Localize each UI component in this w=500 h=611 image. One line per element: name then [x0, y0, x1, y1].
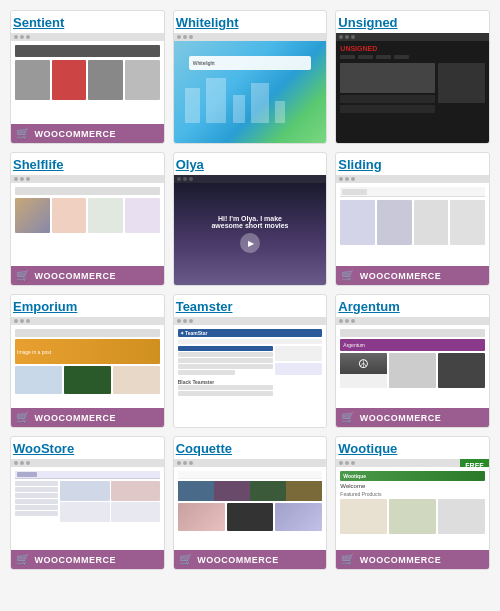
- theme-wootique: Wootique FREE Wootique Welcome Featured …: [335, 436, 490, 570]
- browser-bar: [11, 459, 164, 467]
- theme-teamster: Teamster ✦ TeamStar: [173, 294, 328, 428]
- theme-title-shelflife[interactable]: Shelflife: [11, 153, 164, 175]
- cart-icon: 🛒: [341, 269, 356, 282]
- theme-argentum: Argentum Argentum ☮: [335, 294, 490, 428]
- un-logo: UNSIGNED: [340, 45, 485, 52]
- woo-label: WOOCOMMERCE: [360, 271, 442, 281]
- theme-preview-woostore[interactable]: 🛒 WOOCOMMERCE: [11, 459, 164, 569]
- theme-preview-whitelight[interactable]: Whitelight: [174, 33, 327, 143]
- theme-woostore: WooStore: [10, 436, 165, 570]
- peace-icon: ☮: [358, 357, 369, 371]
- theme-preview-wootique[interactable]: FREE Wootique Welcome Featured Products: [336, 459, 489, 569]
- em-banner-text: Image in a post: [17, 349, 51, 355]
- theme-preview-olya[interactable]: Hi! I'm Olya. I makeawesome short movies: [174, 175, 327, 285]
- woo-label: WOOCOMMERCE: [360, 555, 442, 565]
- olya-play-button[interactable]: [240, 233, 260, 253]
- theme-preview-sentient[interactable]: 🛒 WOOCOMMERCE: [11, 33, 164, 143]
- wt-welcome-text: Welcome: [340, 483, 485, 489]
- woo-label: WOOCOMMERCE: [197, 555, 279, 565]
- cart-icon: 🛒: [16, 411, 31, 424]
- theme-title-sentient[interactable]: Sentient: [11, 11, 164, 33]
- browser-bar: [174, 317, 327, 325]
- woocommerce-badge-sentient: 🛒 WOOCOMMERCE: [11, 124, 164, 143]
- woocommerce-badge-wootique: 🛒 WOOCOMMERCE: [336, 550, 489, 569]
- cart-icon: 🛒: [179, 553, 194, 566]
- theme-preview-emporium[interactable]: Image in a post 🛒 WOOCOMMERCE: [11, 317, 164, 427]
- theme-preview-sliding[interactable]: 🛒 WOOCOMMERCE: [336, 175, 489, 285]
- theme-emporium: Emporium Image in a post: [10, 294, 165, 428]
- woocommerce-badge-emporium: 🛒 WOOCOMMERCE: [11, 408, 164, 427]
- browser-bar: [174, 459, 327, 467]
- theme-title-unsigned[interactable]: Unsigned: [336, 11, 489, 33]
- theme-preview-teamster[interactable]: ✦ TeamStar Black Teamster: [174, 317, 327, 427]
- theme-title-wootique[interactable]: Wootique: [336, 437, 489, 459]
- theme-shelflife: Shelflife: [10, 152, 165, 286]
- woo-label: WOOCOMMERCE: [360, 413, 442, 423]
- themes-grid: Sentient: [10, 10, 490, 570]
- cart-icon: 🛒: [16, 127, 31, 140]
- browser-bar: [336, 175, 489, 183]
- theme-title-whitelight[interactable]: Whitelight: [174, 11, 327, 33]
- woo-label: WOOCOMMERCE: [35, 413, 117, 423]
- browser-bar: [336, 317, 489, 325]
- theme-title-argentum[interactable]: Argentum: [336, 295, 489, 317]
- woo-label: WOOCOMMERCE: [35, 271, 117, 281]
- woocommerce-badge-woostore: 🛒 WOOCOMMERCE: [11, 550, 164, 569]
- theme-title-olya[interactable]: Olya: [174, 153, 327, 175]
- woocommerce-badge-coquette: 🛒 WOOCOMMERCE: [174, 550, 327, 569]
- theme-preview-argentum[interactable]: Argentum ☮ 🛒 WOOCOMMERCE: [336, 317, 489, 427]
- theme-sliding: Sliding: [335, 152, 490, 286]
- woocommerce-badge-argentum: 🛒 WOOCOMMERCE: [336, 408, 489, 427]
- woocommerce-badge-shelflife: 🛒 WOOCOMMERCE: [11, 266, 164, 285]
- olya-tagline: Hi! I'm Olya. I makeawesome short movies: [211, 215, 288, 229]
- wl-card: Whitelight: [189, 56, 312, 70]
- wootique-logo: Wootique: [343, 473, 366, 479]
- cart-icon: 🛒: [341, 553, 356, 566]
- browser-bar: [174, 175, 327, 183]
- cart-icon: 🛒: [341, 411, 356, 424]
- cart-icon: 🛒: [16, 269, 31, 282]
- browser-bar: [174, 33, 327, 41]
- theme-olya: Olya Hi! I'm Olya. I makeawesome short m…: [173, 152, 328, 286]
- theme-title-sliding[interactable]: Sliding: [336, 153, 489, 175]
- theme-preview-unsigned[interactable]: UNSIGNED: [336, 33, 489, 143]
- cart-icon: 🛒: [16, 553, 31, 566]
- browser-bar: [11, 33, 164, 41]
- theme-title-coquette[interactable]: Coquette: [174, 437, 327, 459]
- woocommerce-badge-sliding: 🛒 WOOCOMMERCE: [336, 266, 489, 285]
- ag-hero-text: Argentum: [343, 342, 365, 348]
- theme-unsigned: Unsigned UNSIGNED: [335, 10, 490, 144]
- browser-bar: [336, 33, 489, 41]
- browser-bar: [11, 175, 164, 183]
- theme-coquette: Coquette: [173, 436, 328, 570]
- browser-bar: [11, 317, 164, 325]
- theme-whitelight: Whitelight Whitelight: [173, 10, 328, 144]
- woo-label: WOOCOMMERCE: [35, 129, 117, 139]
- theme-title-teamster[interactable]: Teamster: [174, 295, 327, 317]
- teamster-logo: ✦ TeamStar: [180, 330, 208, 336]
- woo-label: WOOCOMMERCE: [35, 555, 117, 565]
- theme-preview-coquette[interactable]: 🛒 WOOCOMMERCE: [174, 459, 327, 569]
- theme-title-emporium[interactable]: Emporium: [11, 295, 164, 317]
- theme-title-woostore[interactable]: WooStore: [11, 437, 164, 459]
- theme-sentient: Sentient: [10, 10, 165, 144]
- theme-preview-shelflife[interactable]: 🛒 WOOCOMMERCE: [11, 175, 164, 285]
- wt-featured-text: Featured Products: [340, 491, 485, 497]
